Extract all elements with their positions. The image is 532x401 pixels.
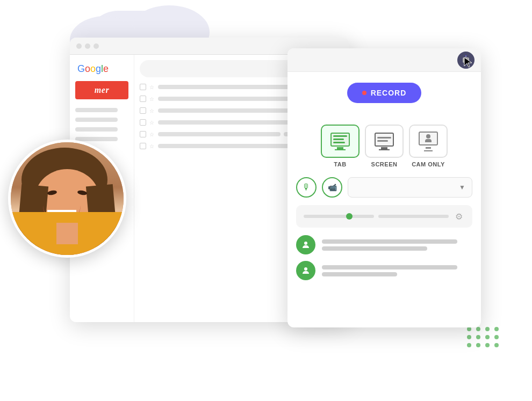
cam-person-icon <box>425 134 432 142</box>
avatar-person-icon <box>301 240 311 250</box>
recording-line-1b <box>322 246 427 251</box>
cam-base <box>424 150 433 151</box>
main-scene: Google mer ☆ <box>0 0 532 401</box>
tab-lines <box>332 134 348 144</box>
recording-avatar-1 <box>296 235 315 254</box>
email-checkbox <box>140 107 146 114</box>
google-logo: Google <box>75 63 128 75</box>
camera-button[interactable]: 📹 <box>322 177 342 198</box>
mode-cam-button[interactable]: CAM ONLY <box>409 125 448 167</box>
microphone-button[interactable]: 🎙 <box>296 177 317 198</box>
person-photo <box>8 140 126 258</box>
screen-line-1 <box>377 137 391 138</box>
mouse-cursor <box>463 56 474 69</box>
source-dropdown[interactable]: ▼ <box>348 177 472 198</box>
sidebar-item-3 <box>75 127 118 132</box>
mode-screen-icon-box <box>365 125 404 158</box>
sidebar-item-2 <box>75 118 118 122</box>
dropdown-arrow-icon: ▼ <box>459 184 465 191</box>
tab-line-3 <box>333 142 345 143</box>
email-checkbox <box>140 84 146 90</box>
gear-icon: ⚙ <box>455 212 463 222</box>
cam-monitor-screen <box>419 132 438 145</box>
green-dot-7 <box>485 335 490 339</box>
sidebar-item-1 <box>75 108 118 112</box>
cam-stand <box>426 147 431 149</box>
green-dot-12 <box>494 343 499 347</box>
tab-monitor-base <box>335 149 346 150</box>
settings-gear-icon[interactable]: ⚙ <box>453 210 465 222</box>
mode-screen-button[interactable]: SCREEN <box>365 125 404 167</box>
recording-item-2 <box>296 261 472 280</box>
green-dot-9 <box>467 343 471 347</box>
svg-point-7 <box>304 267 307 271</box>
mode-tab-icon-box <box>321 125 360 158</box>
microphone-icon: 🎙 <box>302 183 311 192</box>
green-dot-1 <box>467 327 471 331</box>
sidebar-item-4 <box>75 137 118 141</box>
mode-screen-label: SCREEN <box>371 161 398 167</box>
email-star: ☆ <box>149 84 155 90</box>
recording-line-2b <box>322 272 397 276</box>
popup-header <box>287 48 481 72</box>
green-dot-6 <box>476 335 480 339</box>
email-star: ☆ <box>149 120 155 125</box>
email-star: ☆ <box>149 108 155 113</box>
cursor-svg <box>463 56 474 69</box>
tab-monitor-screen <box>330 133 350 147</box>
browser-dot-yellow <box>85 43 90 49</box>
camera-icon: 📹 <box>328 183 337 192</box>
screen-monitor-base <box>379 149 390 150</box>
cam-head <box>426 134 430 138</box>
email-checkbox <box>140 143 146 149</box>
screen-tab-lines <box>376 136 392 143</box>
screen-monitor-icon <box>375 133 394 150</box>
cam-body <box>425 139 432 142</box>
compose-button[interactable]: mer <box>75 81 128 99</box>
browser-dot-red <box>76 43 82 49</box>
email-star: ☆ <box>149 132 155 137</box>
green-dot-11 <box>485 343 490 347</box>
record-label: RECORD <box>371 89 407 97</box>
email-line <box>158 132 281 136</box>
avatar-person-icon-2 <box>301 266 311 275</box>
svg-point-6 <box>304 242 307 245</box>
screen-line-2 <box>377 140 388 142</box>
browser-dot-green <box>94 43 99 49</box>
recording-line-2a <box>322 265 457 269</box>
av-controls: 🎙 📹 ▼ <box>296 177 472 198</box>
mode-cam-icon-box <box>409 125 448 158</box>
quality-dot <box>346 213 353 220</box>
quality-track-1 <box>304 215 374 218</box>
green-dot-3 <box>485 327 490 331</box>
quality-bar: ⚙ <box>296 205 472 228</box>
popup-body: RECORD <box>287 72 481 291</box>
mode-tab-button[interactable]: TAB <box>321 125 360 167</box>
recording-avatar-2 <box>296 261 315 280</box>
tab-monitor-icon <box>330 133 350 150</box>
recording-line-1a <box>322 239 457 244</box>
email-checkbox <box>140 96 146 102</box>
recording-lines-2 <box>322 265 472 276</box>
green-dot-4 <box>494 327 499 331</box>
mode-tab-label: TAB <box>334 161 346 167</box>
recordings-list <box>296 235 472 280</box>
green-dot-2 <box>476 327 480 331</box>
email-checkbox <box>140 119 146 126</box>
record-button[interactable]: RECORD <box>347 83 422 103</box>
email-checkbox <box>140 131 146 137</box>
tab-line-2 <box>333 138 344 140</box>
cam-icon-container <box>419 132 438 151</box>
mode-cam-label: CAM ONLY <box>412 161 445 167</box>
record-dot <box>362 91 366 95</box>
green-dot-5 <box>467 335 471 339</box>
tab-line-1 <box>333 135 347 137</box>
green-dot-10 <box>476 343 480 347</box>
recording-modes: TAB <box>296 125 472 167</box>
compose-label: mer <box>95 85 109 95</box>
extension-popup: RECORD <box>287 48 481 327</box>
email-star: ☆ <box>149 96 155 101</box>
recording-item-1 <box>296 235 472 254</box>
green-dot-8 <box>494 335 499 339</box>
screen-monitor-screen <box>375 133 394 147</box>
